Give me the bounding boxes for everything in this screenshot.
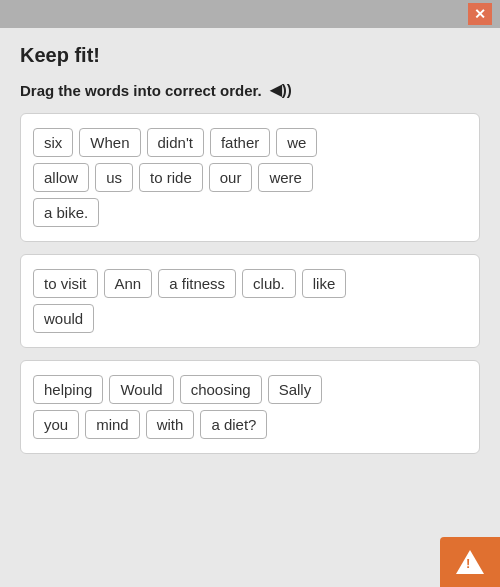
close-button[interactable]: ✕: [468, 3, 492, 25]
word-chip[interactable]: When: [79, 128, 140, 157]
exercise-1-row-2: allow us to ride our were: [33, 163, 467, 192]
speaker-icon[interactable]: ◀)): [270, 81, 292, 99]
exercise-3-row-2: you mind with a diet?: [33, 410, 467, 439]
word-chip[interactable]: father: [210, 128, 270, 157]
word-chip[interactable]: to visit: [33, 269, 98, 298]
word-chip[interactable]: choosing: [180, 375, 262, 404]
exercise-box-2: to visit Ann a fitness club. like would: [20, 254, 480, 348]
word-chip[interactable]: a diet?: [200, 410, 267, 439]
word-chip[interactable]: to ride: [139, 163, 203, 192]
top-bar: ✕: [0, 0, 500, 28]
word-chip[interactable]: would: [33, 304, 94, 333]
word-chip[interactable]: us: [95, 163, 133, 192]
word-chip[interactable]: mind: [85, 410, 140, 439]
exercise-1-row-1: six When didn't father we: [33, 128, 467, 157]
word-chip[interactable]: didn't: [147, 128, 204, 157]
exercise-3-row-1: helping Would choosing Sally: [33, 375, 467, 404]
main-content: Keep fit! Drag the words into correct or…: [0, 28, 500, 482]
word-chip[interactable]: helping: [33, 375, 103, 404]
word-chip[interactable]: like: [302, 269, 347, 298]
exercise-2-row-2: would: [33, 304, 467, 333]
instruction-text: Drag the words into correct order. ◀)): [20, 81, 480, 99]
word-chip[interactable]: with: [146, 410, 195, 439]
word-chip[interactable]: Would: [109, 375, 173, 404]
exercise-box-3: helping Would choosing Sally you mind wi…: [20, 360, 480, 454]
word-chip[interactable]: you: [33, 410, 79, 439]
page-title: Keep fit!: [20, 44, 480, 67]
exercise-1-row-3: a bike.: [33, 198, 467, 227]
word-chip[interactable]: a fitness: [158, 269, 236, 298]
word-chip[interactable]: a bike.: [33, 198, 99, 227]
instruction-label: Drag the words into correct order.: [20, 82, 262, 99]
word-chip[interactable]: allow: [33, 163, 89, 192]
exercise-2-row-1: to visit Ann a fitness club. like: [33, 269, 467, 298]
word-chip[interactable]: club.: [242, 269, 296, 298]
word-chip[interactable]: Ann: [104, 269, 153, 298]
warning-icon: [456, 550, 484, 574]
word-chip[interactable]: our: [209, 163, 253, 192]
warning-button[interactable]: [440, 537, 500, 587]
word-chip[interactable]: we: [276, 128, 317, 157]
word-chip[interactable]: were: [258, 163, 313, 192]
word-chip[interactable]: Sally: [268, 375, 323, 404]
word-chip[interactable]: six: [33, 128, 73, 157]
exercise-box-1: six When didn't father we allow us to ri…: [20, 113, 480, 242]
